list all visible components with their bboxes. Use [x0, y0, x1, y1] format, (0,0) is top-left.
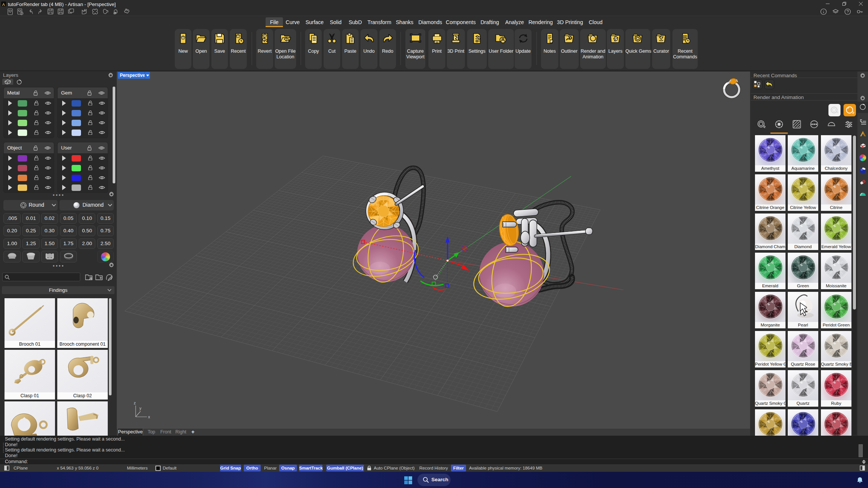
svg-text:y: y [139, 406, 142, 410]
svg-text:x: x [148, 415, 150, 419]
svg-text:z: z [134, 401, 136, 405]
